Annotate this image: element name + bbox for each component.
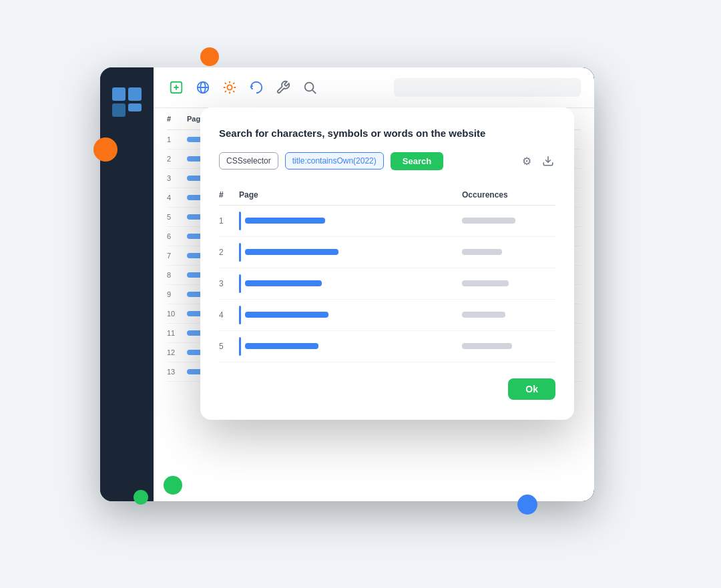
dot-orange-top (200, 47, 219, 66)
tag-css-selector[interactable]: CSSselector (219, 152, 278, 170)
search-toolbar-icon[interactable] (300, 78, 319, 97)
ok-button[interactable]: Ok (508, 378, 555, 400)
modal-row-occ (462, 280, 555, 286)
row-num: 11 (167, 329, 187, 337)
row-num: 5 (167, 213, 187, 221)
svg-line-8 (312, 90, 316, 93)
row-num: 6 (167, 232, 187, 240)
row-num: 3 (167, 174, 187, 182)
modal-search-bar: CSSselector title:containsOwn(2022) Sear… (219, 152, 555, 170)
modal-table-row: 3 (219, 268, 555, 300)
export-icon[interactable] (541, 154, 555, 168)
modal-row-occ (462, 312, 555, 318)
modal-row-occ (462, 343, 555, 349)
modal-row-num: 1 (219, 216, 239, 226)
toolbar (154, 67, 594, 108)
modal-table-header: # Page Occurences (219, 185, 555, 206)
modal-row-page (239, 243, 462, 262)
add-icon[interactable] (167, 78, 186, 97)
tag-contains-own[interactable]: title:containsOwn(2022) (285, 152, 384, 170)
modal-row-num: 4 (219, 310, 239, 320)
modal-row-occ (462, 249, 555, 255)
modal-row-page (239, 212, 462, 230)
row-num: 8 (167, 271, 187, 279)
row-num: 10 (167, 310, 187, 318)
app-logo (112, 87, 142, 117)
modal-table-row: 2 (219, 237, 555, 268)
svg-point-7 (305, 82, 314, 91)
modal-col-num: # (219, 190, 239, 200)
row-num: 4 (167, 194, 187, 202)
modal-table-row: 5 (219, 331, 555, 362)
modal-row-occ (462, 218, 555, 224)
modal-footer: Ok (219, 378, 555, 400)
modal-table-body: 1 2 3 4 (219, 206, 555, 362)
modal-table: # Page Occurences 1 2 3 (219, 185, 555, 362)
sidebar (100, 67, 154, 501)
gear-icon[interactable]: ⚙ (519, 154, 534, 168)
modal-dialog: Search for characters, symbols or words … (200, 107, 574, 420)
modal-col-page: Page (239, 190, 462, 200)
wrench-icon[interactable] (274, 78, 292, 97)
dot-orange-left (93, 137, 117, 162)
col-num: # (167, 115, 187, 123)
globe-icon[interactable] (194, 78, 212, 97)
modal-row-num: 5 (219, 342, 239, 351)
modal-col-occ: Occurences (462, 190, 555, 200)
dot-green-small (134, 490, 148, 505)
dot-green-bottom (164, 476, 182, 495)
svg-point-6 (227, 85, 232, 89)
modal-title: Search for characters, symbols or words … (219, 127, 555, 139)
row-num: 12 (167, 348, 187, 356)
scene: # Page Title HTTP Status Code Click Dept… (60, 34, 661, 555)
row-num: 7 (167, 252, 187, 260)
modal-row-num: 3 (219, 279, 239, 288)
settings-crawl-icon[interactable] (220, 78, 239, 97)
row-num: 2 (167, 155, 187, 163)
modal-table-row: 1 (219, 206, 555, 237)
modal-row-page (239, 337, 462, 356)
search-button[interactable]: Search (391, 152, 443, 170)
modal-table-row: 4 (219, 300, 555, 331)
row-num: 9 (167, 290, 187, 298)
modal-row-page (239, 274, 462, 293)
toolbar-search-bar[interactable] (394, 78, 581, 97)
modal-row-page (239, 306, 462, 324)
dot-blue-bottom (517, 495, 537, 515)
row-num: 13 (167, 368, 187, 376)
modal-row-num: 2 (219, 248, 239, 257)
row-num: 1 (167, 135, 187, 143)
sync-icon[interactable] (247, 78, 266, 97)
